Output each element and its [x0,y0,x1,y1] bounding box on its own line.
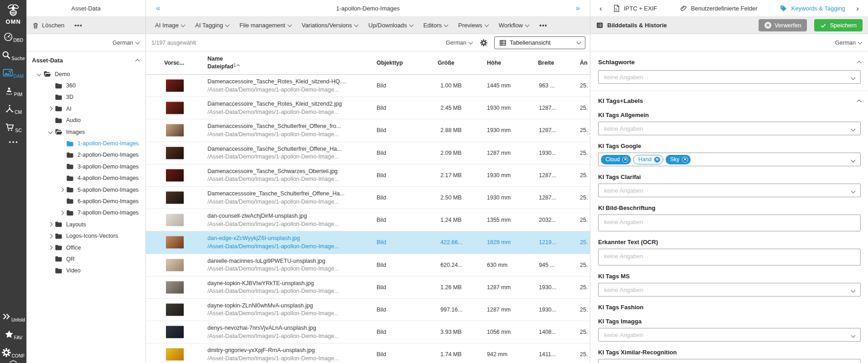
tree-item-ai[interactable]: AI [26,103,145,114]
tree-item-5-apollon-demo-images[interactable]: 5-apollon-Demo-Images [26,184,145,195]
sidebar-more-button[interactable]: ••• [74,22,83,29]
tree-item-7-apollon-demo-images[interactable]: 7-apollon-Demo-Images [26,207,145,219]
col-header-preview[interactable]: Vorsc... [164,60,184,66]
chevron-right-icon[interactable] [59,210,64,215]
menu-workflow[interactable]: Workflow [499,22,529,29]
ki-tags-ximilar-recognition-select[interactable]: keine Angaben [598,359,861,363]
tree-item-4-apollon-demo-images[interactable]: 4-apollon-Demo-Images [26,173,145,184]
table-row[interactable]: Damenaccessoire_Tasche_Schulterfrei_Offe… [146,142,590,164]
tree-item-layouts[interactable]: Layouts [26,219,145,230]
rail-item-dam[interactable]: DAM [1,68,25,79]
tree-item-3-apollon-demo-images[interactable]: 3-apollon-Demo-Images [26,161,145,172]
menu-up-downloads[interactable]: Up/Downloads [368,22,413,29]
chevron-right-icon[interactable] [59,188,64,192]
schlagworte-select[interactable]: keine Angaben [598,70,861,84]
ki-bild-beschriftung-input[interactable]: keine Angaben [598,215,861,231]
col-header-name[interactable]: Name Dateipfad [207,55,233,71]
table-row[interactable]: Damenaccessoire_Tasche_Rotes_Kleid_sitze… [146,97,590,119]
ki-tags-allgemein-select[interactable]: keine Angaben [598,122,861,135]
ki-tags-google-select[interactable]: Cloud✕Hand✕Sky✕ [598,153,861,166]
table-row[interactable]: dmitry-grigoriev-yxXpjF-RrnA-unsplash.jp… [146,343,590,363]
rail-item-more[interactable] [1,140,25,146]
tree-item-qr[interactable]: QR [26,253,145,265]
chevron-right-icon[interactable] [48,222,52,227]
chevron-right-icon[interactable] [48,245,52,250]
remove-tag-icon[interactable]: ✕ [654,157,660,163]
table-row[interactable]: dan-counsell-zlwAchjDirM-unsplash.jpg/As… [146,209,590,231]
tree-item-video[interactable]: Video [26,265,145,276]
tabs-scroll-right-icon[interactable]: › [856,5,859,12]
table-row[interactable]: Damenaccessoire_Tasche_Rotes_Kleid_sitze… [146,75,590,97]
remove-tag-icon[interactable]: ✕ [622,157,628,163]
col-header-height[interactable]: Höhe [487,60,501,66]
table-row[interactable]: Damenaccesssoire_Tasche_Schulterfrei_Off… [146,187,590,209]
chevron-down-icon[interactable] [36,72,41,77]
tree-item-1-apollon-demo-images[interactable]: 1-apollon-Demo-Images [26,138,145,149]
rail-item-cm[interactable]: CM [1,104,25,115]
menu-ai-tagging[interactable]: AI Tagging [195,22,229,29]
ki-tags-clarifai-select[interactable]: keine Angaben [598,184,861,197]
chevron-right-icon[interactable] [48,234,52,238]
col-header-changed[interactable]: Än [580,60,588,66]
tree-item-360[interactable]: 360 [26,80,145,91]
view-mode-dropdown[interactable]: Tabellenansicht [494,36,585,49]
tree-item-audio[interactable]: Audio [26,115,145,126]
col-header-size[interactable]: Größe [438,60,455,66]
table-row[interactable]: denys-nevozhai-7nrsVjvALnA-unsplash.jpg/… [146,321,590,343]
menu-file-management[interactable]: File management [239,22,291,29]
rail-item-conf[interactable]: CONF [1,348,25,359]
rail-item-dbd[interactable]: DBD [1,32,25,43]
discard-button[interactable]: ✕ Verwerfen [759,19,807,31]
tree-item-3d[interactable]: 3D [26,92,145,103]
tag-chip-sky[interactable]: Sky✕ [666,155,691,164]
ki-tags-ms-select[interactable]: keine Angaben [598,283,861,297]
save-button[interactable]: Speichern [814,19,863,31]
tree-item-2-apollon-demo-images[interactable]: 2-apollon-Demo-Images [26,149,145,161]
rail-item-fav[interactable]: FAV [1,329,25,341]
table-row[interactable]: dayne-topkin-KJBVIwYRkTE-unsplash.jpg/As… [146,276,590,299]
table-row[interactable]: Damenaccessoire_Tasche_Schwarzes_Obertei… [146,164,590,187]
rail-item-unfold[interactable]: Unfold [1,312,25,323]
chevron-right-icon[interactable] [48,107,52,111]
tag-chip-cloud[interactable]: Cloud✕ [601,155,631,164]
menu-previews[interactable]: Previews [458,22,488,29]
tab-benutzerdefinierte-felder[interactable]: Benutzerdefinierte Felder [680,5,758,12]
sort-indicator[interactable]: 1 [233,62,239,68]
tree-item-logos-icons-vectors[interactable]: Logos-Icons-Vectors [26,230,145,241]
tab-iptc-exif[interactable]: IPTC + EXIF [613,5,657,12]
tab-keywords-tagging[interactable]: Keywords & Tagging [780,5,845,12]
remove-tag-icon[interactable]: ✕ [682,157,688,163]
menu-ai-image[interactable]: AI Image [155,22,185,29]
tag-chip-hand[interactable]: Hand✕ [633,155,663,164]
table-row[interactable]: dan-edge-xZcWyykjZ6I-unsplash.jpg/Asset-… [146,231,590,254]
menu-more-button[interactable]: ••• [539,22,548,29]
section-schlagworte-header[interactable]: Schlagworte [598,59,861,66]
col-header-type[interactable]: Objekttyp [377,60,403,66]
ki-tags-imagga-select[interactable]: keine Angaben [598,328,861,342]
erkannter-text-ocr--input[interactable]: keine Angaben [598,249,861,266]
section-ki-tags-header[interactable]: KI Tags+Labels [598,97,861,104]
rail-item-pim[interactable]: PIM [1,86,25,97]
table-row[interactable]: dayne-topkin-ZLnNl0whMvA-unsplash.jpg/As… [146,299,590,321]
tree-item-6-apollon-demo-images[interactable]: 6-apollon-Demo-Images [26,195,145,207]
collapse-left-icon[interactable]: « [156,4,160,13]
delete-button[interactable]: Löschen [32,22,64,29]
tree-item-office[interactable]: Office [26,242,145,253]
table-row[interactable]: danielle-macinnes-IuLgi9PWETU-unsplash.j… [146,254,590,276]
rail-item-sc[interactable]: SC [1,122,25,133]
chevron-down-icon[interactable] [48,130,52,134]
tree-item-images[interactable]: Images [26,126,145,138]
details-language-dropdown[interactable]: German [835,40,862,46]
sidebar-language-dropdown[interactable]: German [113,40,139,46]
menu-variations-versions[interactable]: Variations/Versions [302,22,358,29]
rail-item-suche[interactable]: Suche [1,50,25,61]
main-language-dropdown[interactable]: German [446,40,472,46]
tree-root-header[interactable]: Asset-Data [26,57,145,68]
col-header-width[interactable]: Breite [538,60,554,66]
view-settings-button[interactable] [480,39,488,47]
table-row[interactable]: Damenaccessoire_Tasche_Schulterfrei_Offe… [146,119,590,142]
menu-editors[interactable]: Editors [424,22,448,29]
collapse-right-icon[interactable]: » [576,4,580,13]
tree-item-demo[interactable]: Demo [26,68,145,80]
omn-logo[interactable]: OMN [5,3,21,25]
